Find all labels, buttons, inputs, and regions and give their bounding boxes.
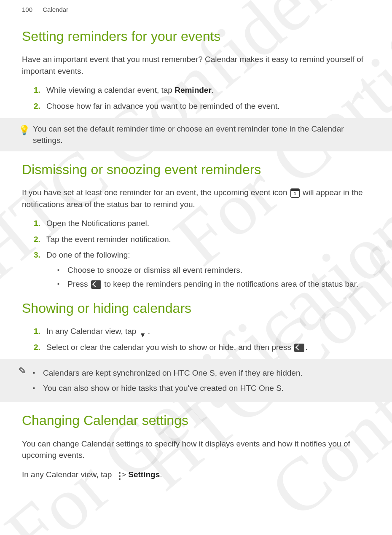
- steps-dismiss: 1.Open the Notifications panel. 2.Tap th…: [34, 218, 370, 290]
- dropdown-icon: [140, 329, 147, 335]
- tip-text: You can set the default reminder time or…: [33, 123, 370, 146]
- steps-showhide: 1. In any Calendar view, tap . 2. Select…: [34, 325, 370, 353]
- page-header: 100 Calendar: [22, 6, 370, 13]
- step-2: 2.Tap the event reminder notification.: [34, 234, 370, 245]
- tip-box-showhide: ✎ Calendars are kept synchronized on HTC…: [0, 359, 392, 402]
- steps-reminders: 1. While viewing a calendar event, tap R…: [34, 84, 370, 112]
- tip-box-reminders: 💡 You can set the default reminder time …: [0, 118, 392, 151]
- step-3: 3.Do one of the following: Choose to sno…: [34, 249, 370, 290]
- settings-path: In any Calendar view, tap > Settings.: [22, 469, 370, 481]
- back-icon: [91, 280, 101, 289]
- step-1: 1. While viewing a calendar event, tap R…: [34, 84, 370, 96]
- back-icon: [294, 344, 304, 352]
- tip-tasks: You can also show or hide tasks that you…: [33, 382, 370, 394]
- calendar-event-icon: [290, 188, 300, 198]
- pencil-icon: ✎: [19, 366, 26, 376]
- heading-showhide: Showing or hiding calendars: [22, 300, 370, 316]
- tip-list: Calendars are kept synchronized on HTC O…: [33, 367, 370, 394]
- tip-sync: Calendars are kept synchronized on HTC O…: [33, 367, 370, 379]
- bullet-snooze: Choose to snooze or dismiss all event re…: [57, 264, 370, 276]
- intro-dismiss: If you have set at least one reminder fo…: [22, 187, 370, 210]
- step-1: 1.Open the Notifications panel.: [34, 218, 370, 229]
- page-number: 100: [22, 6, 32, 13]
- lightbulb-icon: 💡: [19, 125, 30, 136]
- step-2: 2. Select or clear the calendar you wish…: [34, 341, 370, 353]
- page-content: 100 Calendar Setting reminders for your …: [0, 0, 392, 497]
- intro-settings: You can change Calendar settings to spec…: [22, 438, 370, 461]
- menu-dots-icon: [115, 471, 118, 479]
- sub-bullets: Choose to snooze or dismiss all event re…: [57, 264, 370, 290]
- step-2: 2. Choose how far in advance you want to…: [34, 100, 370, 112]
- heading-settings: Changing Calendar settings: [22, 412, 370, 428]
- heading-reminders: Setting reminders for your events: [22, 28, 370, 44]
- intro-reminders: Have an important event that you must re…: [22, 54, 370, 77]
- step-1: 1. In any Calendar view, tap .: [34, 325, 370, 337]
- section-name: Calendar: [43, 6, 68, 13]
- bullet-press-back: Press to keep the reminders pending in t…: [57, 278, 370, 290]
- heading-dismiss: Dismissing or snoozing event reminders: [22, 161, 370, 177]
